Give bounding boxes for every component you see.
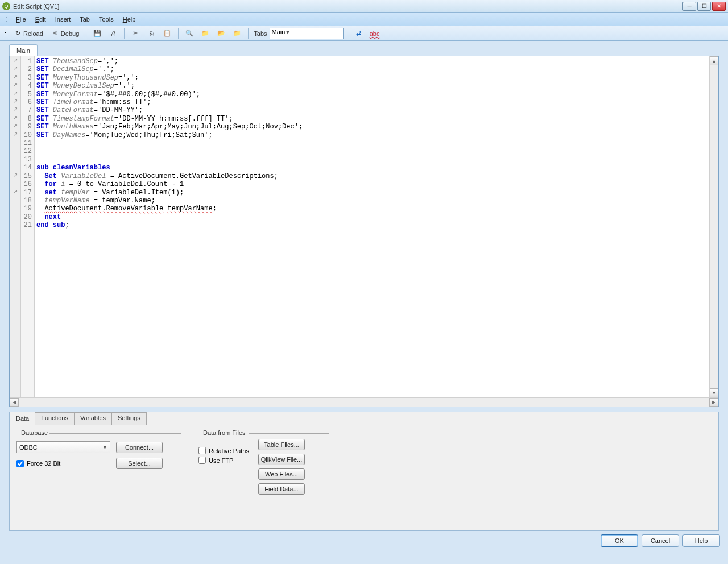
- database-driver-select[interactable]: ODBC ▼: [16, 441, 110, 453]
- cut-button[interactable]: ✂: [129, 28, 142, 39]
- datafiles-label: Data from Files: [201, 429, 248, 436]
- relative-paths-input[interactable]: [198, 447, 206, 454]
- copy-icon: ⎘: [147, 30, 155, 38]
- table-files-button[interactable]: Table Files...: [258, 439, 305, 450]
- linenumber-gutter: 123456789101112131415161718192021: [21, 56, 35, 397]
- toolbar: ⋮ ↻Reload ✲Debug 💾 🖨 ✂ ⎘ 📋 🔍 📁 📂 📁 Tabs …: [0, 26, 728, 41]
- squiggle-icon: abc: [371, 30, 379, 38]
- relative-paths-label: Relative Paths: [209, 447, 249, 454]
- force-32bit-input[interactable]: [16, 460, 24, 467]
- folder-icon: 📂: [217, 30, 225, 38]
- toolbar-separator: [124, 28, 125, 39]
- tool-misc1-button[interactable]: ⇄: [352, 28, 366, 39]
- menu-insert[interactable]: Insert: [51, 14, 76, 24]
- tab-variables[interactable]: Variables: [74, 412, 112, 425]
- cut-icon: ✂: [131, 30, 139, 38]
- force-32bit-checkbox[interactable]: Force 32 Bit: [16, 460, 110, 467]
- app-icon: Q: [2, 2, 10, 10]
- scroll-right-icon[interactable]: ▶: [709, 398, 718, 407]
- save-icon: 💾: [93, 30, 101, 38]
- scroll-up-icon[interactable]: ▲: [710, 56, 718, 65]
- paste-icon: 📋: [163, 30, 171, 38]
- link-icon: ⇄: [355, 30, 363, 38]
- bottom-tabstrip: Data Functions Variables Settings: [10, 412, 718, 425]
- horizontal-scrollbar[interactable]: ◀ ▶: [10, 397, 718, 407]
- tab-data[interactable]: Data: [10, 413, 35, 425]
- menu-tools[interactable]: Tools: [94, 14, 118, 24]
- print-button[interactable]: 🖨: [106, 28, 120, 39]
- tabs-select[interactable]: Main▼: [270, 28, 344, 39]
- toolbar-grip-icon: ⋮: [2, 30, 9, 37]
- script-editor: ↗↗↗↗↗↗↗↗↗↗ ↗ ↗ 1234567891011121314151617…: [9, 56, 719, 407]
- open-folder-button[interactable]: 📁: [198, 28, 212, 39]
- debug-label: Debug: [61, 30, 79, 37]
- use-ftp-label: Use FTP: [209, 457, 233, 464]
- dialog-buttons: OK Cancel Help: [0, 531, 728, 547]
- tool-misc2-button[interactable]: abc: [368, 28, 382, 39]
- menu-edit[interactable]: Edit: [31, 14, 51, 24]
- minimize-button[interactable]: ─: [682, 2, 696, 11]
- copy-button[interactable]: ⎘: [144, 28, 158, 39]
- titlebar: Q Edit Script [QV1] ─ ☐ ✕: [0, 0, 728, 13]
- menubar-grip-icon: ⋮: [3, 16, 9, 22]
- code-area[interactable]: SET ThousandSep=',';SET DecimalSep='.';S…: [35, 56, 709, 397]
- relative-paths-checkbox[interactable]: Relative Paths: [198, 447, 249, 454]
- script-tabstrip: Main: [0, 41, 728, 56]
- toolbar-separator: [86, 28, 86, 39]
- bookmark-gutter[interactable]: ↗↗↗↗↗↗↗↗↗↗ ↗ ↗: [10, 56, 21, 397]
- maximize-button[interactable]: ☐: [697, 2, 711, 11]
- toolbar-separator: [178, 28, 179, 39]
- field-data-button[interactable]: Field Data...: [258, 483, 305, 495]
- scroll-down-icon[interactable]: ▼: [710, 388, 718, 397]
- tab-functions[interactable]: Functions: [35, 412, 75, 425]
- window-title: Edit Script [QV1]: [13, 3, 682, 10]
- menu-file[interactable]: File: [11, 14, 31, 24]
- open-folder3-button[interactable]: 📁: [230, 28, 244, 39]
- search-icon: 🔍: [185, 30, 193, 38]
- datafiles-group: Data from Files Relative Paths Use FTP T…: [198, 434, 329, 525]
- reload-button[interactable]: ↻Reload: [11, 28, 46, 39]
- database-group: Database ODBC ▼ Connect... Force 32 Bit …: [16, 434, 181, 525]
- folder-icon: 📁: [233, 30, 241, 38]
- ok-button[interactable]: OK: [601, 534, 638, 547]
- use-ftp-checkbox[interactable]: Use FTP: [198, 457, 249, 464]
- database-label: Database: [19, 429, 50, 436]
- tabs-label: Tabs: [254, 30, 267, 37]
- connect-button[interactable]: Connect...: [116, 442, 163, 453]
- menubar: ⋮ File Edit Insert Tab Tools Help: [0, 13, 728, 26]
- web-files-button[interactable]: Web Files...: [258, 468, 305, 480]
- folder-icon: 📁: [201, 30, 209, 38]
- find-button[interactable]: 🔍: [183, 28, 196, 39]
- open-folder2-button[interactable]: 📂: [214, 28, 228, 39]
- help-button[interactable]: Help: [682, 534, 720, 547]
- bug-icon: ✲: [51, 30, 59, 38]
- vertical-scrollbar[interactable]: ▲ ▼: [709, 56, 718, 397]
- qlikview-file-button[interactable]: QlikView File...: [258, 454, 305, 465]
- toolbar-separator: [248, 28, 249, 39]
- print-icon: 🖨: [109, 30, 117, 38]
- bottom-panel: Data Functions Variables Settings Databa…: [9, 412, 719, 531]
- paste-button[interactable]: 📋: [160, 28, 174, 39]
- close-button[interactable]: ✕: [712, 2, 726, 11]
- tab-settings[interactable]: Settings: [111, 412, 147, 425]
- scroll-left-icon[interactable]: ◀: [10, 398, 19, 407]
- reload-icon: ↻: [14, 30, 22, 38]
- chevron-down-icon: ▼: [102, 445, 107, 450]
- menu-help[interactable]: Help: [118, 14, 140, 24]
- debug-button[interactable]: ✲Debug: [48, 28, 82, 39]
- save-button[interactable]: 💾: [90, 28, 104, 39]
- select-button[interactable]: Select...: [116, 458, 163, 469]
- use-ftp-input[interactable]: [198, 457, 206, 464]
- tabs-select-value: Main: [272, 28, 286, 35]
- reload-label: Reload: [23, 30, 43, 37]
- database-driver-value: ODBC: [19, 444, 38, 451]
- menu-tab[interactable]: Tab: [75, 14, 94, 24]
- toolbar-separator: [348, 28, 348, 39]
- force-32bit-label: Force 32 Bit: [27, 460, 60, 467]
- cancel-button[interactable]: Cancel: [642, 534, 679, 547]
- tab-main[interactable]: Main: [9, 44, 38, 56]
